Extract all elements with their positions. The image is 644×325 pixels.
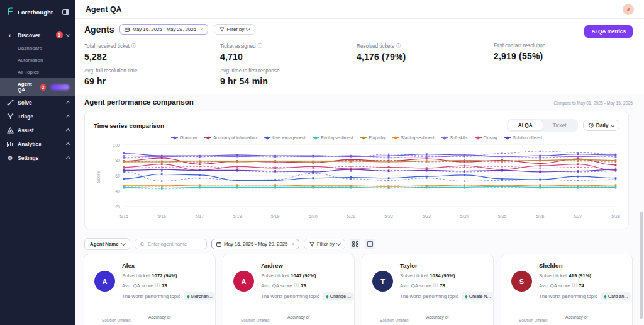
chevron-down-icon: [246, 26, 250, 30]
filter-by-button[interactable]: Filter by: [214, 24, 255, 35]
close-icon[interactable]: ×: [200, 26, 203, 32]
sidebar-item-analytics[interactable]: Analytics: [0, 137, 75, 151]
agent-search: [135, 239, 207, 249]
topic-label: The worst-performing topic: [261, 294, 319, 299]
date-range-text: May 16, 2025 - May 29, 2025: [224, 241, 287, 247]
source-toggle: AI QA Ticket: [507, 119, 578, 132]
agent-card[interactable]: S Sheldon Solved ticket419 (91%) Avg. QA…: [501, 254, 633, 325]
agent-card[interactable]: T Taylor Solved ticket1034 (95%) Avg. QA…: [362, 254, 494, 325]
agent-card[interactable]: A Alex Solved ticket1072 (94%) Avg. QA s…: [84, 254, 216, 325]
svg-text:Score: Score: [96, 171, 101, 183]
legend-item[interactable]: Closing: [475, 135, 497, 140]
topic-label: The worst-performing topic: [539, 294, 597, 299]
time-series-chart[interactable]: 10080604020Score5/155/165/175/185/195/20…: [94, 140, 621, 220]
ai-qa-metrics-button[interactable]: AI QA metrics: [584, 25, 633, 38]
agent-search-input[interactable]: [148, 241, 201, 247]
solved-value: 1047 (92%): [291, 273, 316, 278]
forethought-logo-icon: [6, 6, 14, 18]
sidebar-item-discover[interactable]: ◐ Discover 1: [0, 28, 75, 42]
info-icon[interactable]: ⓘ: [258, 43, 263, 49]
topic-chip[interactable]: ◆Create N...: [462, 292, 494, 300]
sidebar-item-label: All Topics: [18, 69, 39, 75]
info-icon[interactable]: ⓘ: [433, 282, 438, 288]
topic-chip[interactable]: ◆Card an...: [601, 292, 631, 300]
sidebar-item-all-topics[interactable]: All Topics: [0, 66, 75, 78]
sidebar-item-agent-qa[interactable]: Agent QA 2: [0, 78, 75, 96]
chevron-up-icon: [66, 129, 70, 133]
topic-text: Create N...: [469, 294, 491, 299]
avatar: A: [94, 271, 115, 292]
metric-resolved-tickets: Resolved ticketsⓘ 4,176 (79%): [357, 43, 482, 62]
legend-item[interactable]: Accuracy of information: [204, 135, 257, 140]
svg-text:5/27: 5/27: [574, 214, 582, 219]
legend-item[interactable]: Soft skills: [441, 135, 468, 140]
svg-text:5/25: 5/25: [498, 214, 507, 219]
sidebar-item-dashboard[interactable]: Dashboard: [0, 42, 75, 54]
discover-badge: 1: [56, 31, 63, 38]
legend-item[interactable]: Ending sentiment: [313, 135, 353, 140]
svg-text:5/22: 5/22: [384, 214, 393, 219]
chevron-up-icon: [66, 101, 70, 105]
svg-text:60: 60: [115, 174, 120, 178]
sidebar-item-solve[interactable]: Solve: [0, 96, 75, 110]
date-range-text: May 16, 2025 - May 29, 2025: [132, 26, 196, 32]
filter-icon: [219, 27, 225, 32]
topic-chip[interactable]: ◆Merchan...: [184, 292, 216, 300]
close-icon[interactable]: ×: [291, 241, 294, 247]
topic-chip[interactable]: ◆Change ...: [323, 292, 354, 300]
table-view-button[interactable]: [365, 239, 375, 249]
toggle-ai-qa[interactable]: AI QA: [508, 120, 543, 130]
info-icon[interactable]: ⓘ: [131, 43, 136, 49]
info-icon[interactable]: ⓘ: [396, 43, 401, 49]
radar-axis-label: Solution Offered: [380, 318, 408, 322]
solved-label: Solved ticket: [261, 273, 289, 278]
interval-dropdown[interactable]: Daily: [583, 120, 619, 131]
legend-label: Empathy: [369, 135, 386, 140]
avatar: A: [233, 271, 254, 292]
agent-qa-badge: 2: [40, 84, 46, 91]
date-range-chip-2[interactable]: May 16, 2025 - May 29, 2025 ×: [211, 239, 299, 249]
info-icon[interactable]: ⓘ: [155, 282, 160, 288]
info-icon[interactable]: ⓘ: [572, 282, 577, 288]
legend-item[interactable]: Grammar: [171, 135, 197, 140]
metric-value: 9 hr 54 min: [220, 76, 346, 86]
sidebar-item-label: Dashboard: [18, 45, 42, 51]
interval-label: Daily: [596, 122, 609, 128]
chevron-up-icon: [66, 115, 70, 119]
logo-text: Forethought: [18, 9, 59, 16]
solved-value: 419 (91%): [569, 273, 591, 278]
agent-name-select[interactable]: Agent Name: [84, 238, 130, 250]
legend-item[interactable]: User engagement: [264, 135, 305, 140]
series-marker-icon: [313, 136, 319, 139]
solved-label: Solved ticket: [400, 273, 428, 278]
sidebar-item-assist[interactable]: Assist: [0, 123, 75, 137]
radar-axis-label: Solution Offered: [241, 318, 269, 322]
grid-view-button[interactable]: [350, 239, 360, 249]
legend-item[interactable]: Starting sentiment: [392, 135, 435, 140]
toggle-ticket[interactable]: Ticket: [543, 120, 577, 130]
page-scrollbar[interactable]: [640, 212, 643, 319]
sidebar-item-settings[interactable]: ⚙ Settings: [0, 151, 75, 165]
agent-name: Sheldon: [539, 262, 625, 269]
agent-name-label: Agent Name: [90, 241, 119, 247]
filter-icon: [309, 242, 314, 247]
avatar: T: [372, 271, 393, 292]
user-avatar[interactable]: J: [623, 4, 634, 15]
agent-card[interactable]: A Andrew Solved ticket1047 (92%) Avg. QA…: [223, 254, 355, 325]
metric-value: 4,710: [220, 52, 346, 62]
filter-by-button-2[interactable]: Filter by: [304, 239, 345, 249]
metric-value: 4,176 (79%): [357, 52, 482, 62]
chevron-up-icon: [66, 143, 70, 147]
date-range-chip[interactable]: May 16, 2025 - May 29, 2025 ×: [119, 24, 208, 35]
sidebar-collapse-icon[interactable]: [62, 9, 69, 15]
sidebar-item-automation[interactable]: Automation: [0, 54, 75, 66]
info-icon[interactable]: ⓘ: [294, 282, 299, 288]
radar-axis-label: Accuracy of: [287, 315, 310, 319]
metric-avg-resolution: Avg. full resolution time 69 hr: [84, 68, 210, 86]
agents-section-title: Agents: [84, 25, 114, 35]
legend-item[interactable]: Solution offered: [504, 135, 542, 140]
sidebar-item-triage[interactable]: Triage: [0, 110, 75, 123]
qa-label: Avg. QA score: [400, 283, 431, 288]
topic-label: The worst-performing topic: [122, 294, 180, 299]
legend-item[interactable]: Empathy: [360, 135, 386, 140]
